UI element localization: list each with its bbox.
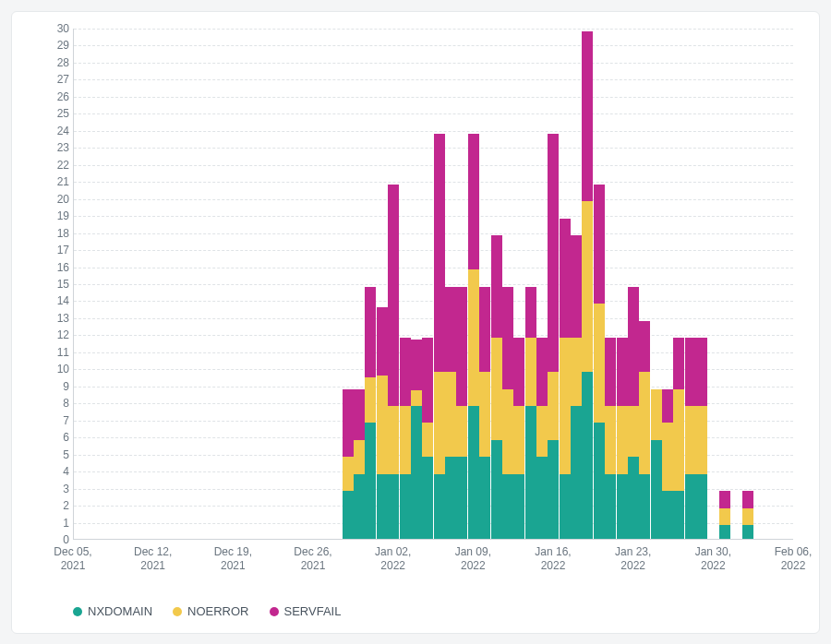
bar-segment-noe bbox=[696, 406, 707, 474]
x-tick-line2: 2022 bbox=[455, 559, 491, 573]
bar-column[interactable] bbox=[582, 31, 593, 539]
bar-column[interactable] bbox=[388, 185, 399, 539]
bar-segment-sf bbox=[434, 134, 445, 373]
x-tick-line1: Jan 30, bbox=[695, 545, 731, 559]
y-tick-label: 20 bbox=[19, 193, 69, 206]
bar-column[interactable] bbox=[662, 389, 673, 539]
x-tick-line1: Dec 26, bbox=[294, 545, 331, 559]
bar-segment-nx bbox=[719, 525, 730, 539]
y-tick-label: 4 bbox=[19, 465, 69, 478]
bar-column[interactable] bbox=[365, 287, 376, 539]
bars-layer bbox=[74, 29, 793, 539]
bar-segment-noe bbox=[662, 423, 673, 491]
legend-item-noerror[interactable]: NOERROR bbox=[173, 604, 248, 618]
bar-segment-noe bbox=[411, 390, 422, 406]
bar-segment-nx bbox=[354, 474, 365, 539]
bar-segment-nx bbox=[525, 406, 536, 539]
bar-column[interactable] bbox=[502, 287, 513, 539]
bar-segment-noe bbox=[525, 338, 536, 406]
bar-column[interactable] bbox=[536, 338, 548, 539]
bar-column[interactable] bbox=[742, 491, 753, 539]
bar-segment-noe bbox=[594, 304, 605, 423]
bar-segment-nx bbox=[742, 525, 753, 539]
bar-segment-noe bbox=[582, 201, 593, 372]
bar-segment-noe bbox=[673, 389, 684, 492]
bar-column[interactable] bbox=[628, 287, 639, 539]
bar-column[interactable] bbox=[651, 389, 662, 539]
x-tick-line2: 2021 bbox=[214, 559, 252, 573]
bar-column[interactable] bbox=[491, 235, 502, 539]
y-tick-label: 1 bbox=[19, 517, 69, 530]
y-tick-label: 12 bbox=[19, 328, 69, 341]
bar-segment-sf bbox=[479, 287, 490, 372]
bar-column[interactable] bbox=[617, 338, 628, 539]
bar-segment-sf bbox=[742, 491, 753, 507]
bar-column[interactable] bbox=[719, 491, 730, 539]
bar-segment-nx bbox=[639, 474, 650, 539]
bar-segment-sf bbox=[365, 287, 376, 377]
bar-segment-noe bbox=[456, 406, 467, 457]
bar-column[interactable] bbox=[354, 389, 365, 539]
bar-segment-sf bbox=[377, 307, 388, 376]
x-tick-line2: 2022 bbox=[775, 559, 813, 573]
bar-column[interactable] bbox=[685, 338, 696, 539]
x-tick-label: Jan 16,2022 bbox=[535, 545, 571, 573]
bar-segment-sf bbox=[411, 340, 422, 390]
bar-segment-sf bbox=[605, 338, 616, 406]
bar-column[interactable] bbox=[548, 134, 559, 539]
y-tick-label: 8 bbox=[19, 397, 69, 410]
y-tick-label: 17 bbox=[19, 244, 69, 256]
bar-column[interactable] bbox=[673, 338, 684, 539]
chart-area: 0123456789101112131415161718192021222324… bbox=[19, 25, 801, 595]
y-tick-label: 28 bbox=[19, 56, 69, 69]
bar-column[interactable] bbox=[513, 338, 524, 539]
bar-column[interactable] bbox=[434, 134, 445, 540]
bar-column[interactable] bbox=[445, 287, 456, 539]
y-tick-label: 15 bbox=[19, 278, 69, 291]
bar-column[interactable] bbox=[343, 389, 354, 539]
bar-segment-noe bbox=[605, 406, 616, 474]
bar-column[interactable] bbox=[594, 185, 605, 539]
bar-segment-nx bbox=[445, 457, 456, 539]
bar-segment-noe bbox=[617, 406, 628, 474]
x-tick-line1: Jan 16, bbox=[535, 545, 571, 559]
y-tick-label: 7 bbox=[19, 414, 69, 427]
bar-column[interactable] bbox=[479, 287, 490, 539]
bar-segment-nx bbox=[388, 474, 399, 539]
bar-column[interactable] bbox=[605, 338, 616, 539]
bar-segment-noe bbox=[548, 372, 559, 440]
bar-column[interactable] bbox=[377, 307, 388, 539]
bar-segment-nx bbox=[377, 474, 388, 539]
bar-column[interactable] bbox=[560, 219, 571, 539]
bar-segment-sf bbox=[673, 338, 684, 388]
y-tick-label: 0 bbox=[19, 533, 69, 546]
bar-segment-noe bbox=[365, 377, 376, 423]
bar-column[interactable] bbox=[525, 287, 536, 539]
bar-segment-nx bbox=[673, 491, 684, 539]
bar-column[interactable] bbox=[571, 235, 582, 539]
bar-column[interactable] bbox=[456, 287, 467, 539]
bar-segment-nx bbox=[343, 491, 354, 539]
bar-segment-sf bbox=[685, 338, 696, 406]
legend-item-nxdomain[interactable]: NXDOMAIN bbox=[73, 604, 152, 618]
bar-segment-nx bbox=[536, 457, 548, 539]
bar-column[interactable] bbox=[639, 321, 650, 539]
bar-segment-nx bbox=[571, 406, 582, 539]
bar-column[interactable] bbox=[411, 340, 422, 539]
y-tick-label: 3 bbox=[19, 483, 69, 495]
bar-segment-sf bbox=[502, 287, 513, 389]
bar-segment-nx bbox=[651, 440, 662, 539]
bar-segment-noe bbox=[719, 508, 730, 525]
bar-segment-sf bbox=[422, 338, 433, 423]
bar-segment-sf bbox=[445, 287, 456, 372]
x-tick-label: Jan 02,2022 bbox=[375, 545, 411, 573]
bar-segment-sf bbox=[696, 338, 707, 406]
bar-column[interactable] bbox=[400, 338, 411, 539]
legend-item-servfail[interactable]: SERVFAIL bbox=[270, 604, 342, 618]
x-tick-line2: 2021 bbox=[54, 559, 91, 573]
bar-column[interactable] bbox=[468, 134, 479, 539]
bar-column[interactable] bbox=[696, 338, 707, 539]
bar-segment-noe bbox=[354, 440, 365, 474]
x-tick-line1: Jan 23, bbox=[615, 545, 651, 559]
bar-column[interactable] bbox=[422, 338, 433, 539]
